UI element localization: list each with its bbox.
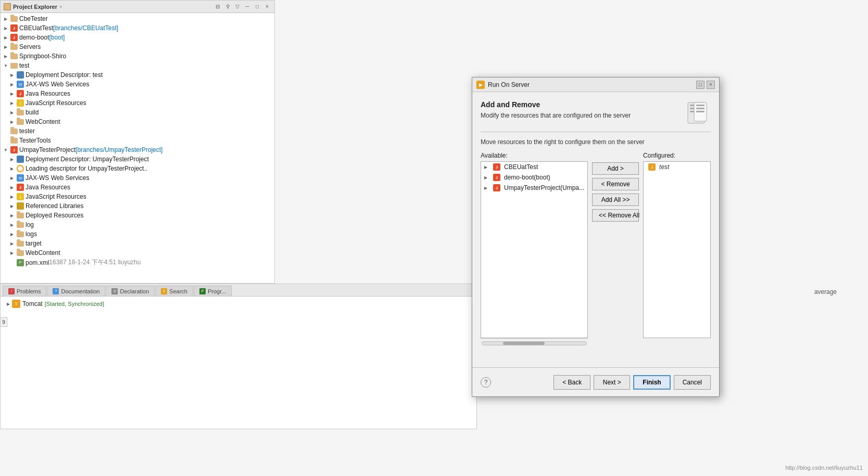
server-item[interactable]: T Tomcat [Started, Synchronized] bbox=[3, 299, 474, 309]
list-item[interactable]: P pom.xml 16387 18-1-24 下午4:51 liuyuzhu bbox=[1, 258, 274, 267]
view-menu-icon[interactable]: ▽ bbox=[233, 3, 242, 11]
list-item-toggle bbox=[484, 164, 489, 170]
watermark: http://blog.csdn.net/liuyuzhu11 bbox=[785, 465, 863, 471]
tree-toggle[interactable] bbox=[3, 53, 9, 59]
problems-icon: ! bbox=[8, 288, 15, 294]
available-item-umpaytester[interactable]: J UmpayTesterProject(Umpa... bbox=[481, 183, 587, 193]
list-item[interactable]: J JavaScript Resources bbox=[1, 98, 274, 108]
list-item[interactable]: Referenced Libraries bbox=[1, 201, 274, 211]
next-button[interactable]: Next > bbox=[594, 375, 630, 390]
collapse-all-icon[interactable]: ⊟ bbox=[213, 3, 222, 11]
tree-toggle[interactable] bbox=[9, 184, 15, 190]
tree-toggle[interactable] bbox=[3, 34, 9, 41]
footer-left: ? bbox=[481, 377, 491, 388]
close-icon[interactable]: × bbox=[263, 3, 271, 11]
ws-icon: W bbox=[16, 80, 24, 88]
bottom-content: T Tomcat [Started, Synchronized] bbox=[1, 297, 476, 311]
tab-documentation[interactable]: ? Documentation bbox=[47, 286, 105, 296]
tree-toggle[interactable] bbox=[9, 81, 15, 87]
scrollbar-track[interactable] bbox=[482, 341, 587, 345]
remove-all-button[interactable]: << Remove All bbox=[592, 209, 639, 222]
list-item[interactable]: Springboot-Shiro bbox=[1, 52, 274, 61]
list-item[interactable]: log bbox=[1, 220, 274, 229]
tab-problems[interactable]: ! Problems bbox=[3, 286, 46, 296]
list-item[interactable]: CbeTester bbox=[1, 14, 274, 23]
maximize-icon[interactable]: □ bbox=[253, 3, 261, 11]
configured-item-test[interactable]: J test bbox=[644, 162, 710, 172]
middle-buttons: Add > < Remove Add All >> << Remove All bbox=[592, 152, 639, 348]
list-item[interactable]: J CBEUatTest [branches/CBEUatTest] bbox=[1, 23, 274, 33]
dialog-heading: Add and Remove bbox=[481, 100, 631, 109]
list-item[interactable]: TesterTools bbox=[1, 136, 274, 145]
available-item-cbeuattest[interactable]: J CBEUatTest bbox=[481, 162, 587, 172]
list-item[interactable]: target bbox=[1, 239, 274, 248]
list-item[interactable]: Servers bbox=[1, 42, 274, 52]
remove-button[interactable]: < Remove bbox=[592, 178, 639, 190]
list-item[interactable]: Deployed Resources bbox=[1, 211, 274, 220]
list-item[interactable]: J Java Resources bbox=[1, 89, 274, 98]
panel-close-x[interactable]: × bbox=[59, 4, 62, 9]
list-item[interactable]: J JavaScript Resources bbox=[1, 192, 274, 201]
add-all-button[interactable]: Add All >> bbox=[592, 194, 639, 206]
list-item[interactable]: Loading descriptor for UmpayTesterProjec… bbox=[1, 164, 274, 173]
tree-toggle[interactable] bbox=[3, 16, 9, 22]
help-icon[interactable]: ? bbox=[481, 377, 491, 388]
tab-progress[interactable]: P Progr... bbox=[194, 286, 232, 296]
tree-toggle[interactable] bbox=[9, 91, 15, 97]
finish-button[interactable]: Finish bbox=[633, 375, 670, 390]
list-item[interactable]: build bbox=[1, 108, 274, 117]
add-button[interactable]: Add > bbox=[592, 162, 639, 175]
available-item-demoboot[interactable]: J demo-boot(boot) bbox=[481, 172, 587, 183]
tree-toggle[interactable] bbox=[9, 100, 15, 106]
tree-toggle[interactable] bbox=[9, 175, 15, 181]
list-item[interactable]: J UmpayTesterProject [branches/UmpayTest… bbox=[1, 145, 274, 155]
minimize-icon[interactable]: ─ bbox=[243, 3, 251, 11]
folder-icon bbox=[10, 15, 18, 23]
list-item[interactable]: Deployment Descriptor: test bbox=[1, 70, 274, 80]
tree-toggle[interactable] bbox=[9, 156, 15, 162]
tree-item-label: Referenced Libraries bbox=[26, 202, 83, 210]
list-item[interactable]: W JAX-WS Web Services bbox=[1, 80, 274, 89]
tab-documentation-label: Documentation bbox=[61, 288, 99, 294]
list-item[interactable]: W JAX-WS Web Services bbox=[1, 173, 274, 183]
server-toggle[interactable] bbox=[7, 301, 10, 306]
tree-toggle[interactable] bbox=[9, 194, 15, 200]
dialog-maximize-btn[interactable]: □ bbox=[696, 81, 705, 89]
tree-toggle[interactable] bbox=[9, 165, 15, 172]
available-scrollbar[interactable] bbox=[481, 338, 588, 348]
list-item[interactable]: Deployment Descriptor: UmpayTesterProjec… bbox=[1, 155, 274, 164]
list-item[interactable]: J demo-boot [boot] bbox=[1, 33, 274, 42]
tab-declaration[interactable]: D Declaration bbox=[106, 286, 155, 296]
tree-toggle[interactable] bbox=[9, 212, 15, 218]
tree-toggle[interactable] bbox=[9, 119, 15, 125]
tree-item-suffix: [branches/UmpayTesterProject] bbox=[76, 146, 162, 153]
tree-container: CbeTester J CBEUatTest [branches/CBEUatT… bbox=[1, 13, 274, 283]
tree-item-label: Servers bbox=[19, 43, 41, 50]
tree-item-label: demo-boot bbox=[19, 34, 49, 41]
link-editor-icon[interactable]: ⚲ bbox=[223, 3, 232, 11]
cancel-button[interactable]: Cancel bbox=[674, 375, 711, 390]
list-item[interactable]: WebContent bbox=[1, 248, 274, 258]
list-item[interactable]: WebContent bbox=[1, 117, 274, 126]
tree-toggle[interactable] bbox=[9, 72, 15, 78]
list-item[interactable]: test bbox=[1, 61, 274, 70]
tree-toggle[interactable] bbox=[9, 222, 15, 228]
tree-toggle[interactable] bbox=[3, 44, 9, 50]
list-item[interactable]: tester bbox=[1, 126, 274, 136]
tree-toggle[interactable] bbox=[9, 250, 15, 256]
tree-item-label: tester bbox=[19, 127, 35, 135]
tree-toggle[interactable] bbox=[3, 62, 9, 69]
tree-toggle[interactable] bbox=[9, 109, 15, 115]
back-button[interactable]: < Back bbox=[553, 375, 590, 390]
list-item[interactable]: logs bbox=[1, 229, 274, 239]
tab-search[interactable]: S Search bbox=[155, 286, 193, 296]
tree-toggle[interactable] bbox=[9, 231, 15, 237]
tree-toggle[interactable] bbox=[9, 203, 15, 209]
dialog-close-btn[interactable]: × bbox=[707, 81, 715, 89]
tree-toggle[interactable] bbox=[3, 147, 9, 153]
tree-item-meta: 16387 18-1-24 下午4:51 liuyuzhu bbox=[49, 258, 141, 267]
tree-toggle[interactable] bbox=[3, 25, 9, 31]
tree-item-label: JAX-WS Web Services bbox=[26, 174, 89, 182]
list-item[interactable]: J Java Resources bbox=[1, 183, 274, 192]
tree-toggle[interactable] bbox=[9, 240, 15, 247]
